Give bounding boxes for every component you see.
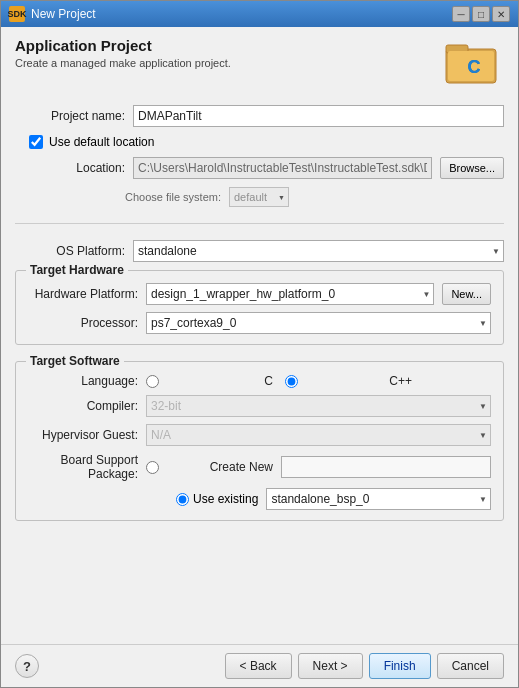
processor-row: Processor: ps7_cortexa9_0 [28,312,491,334]
compiler-select[interactable]: 32-bit [146,395,491,417]
navigation-buttons: < Back Next > Finish Cancel [225,653,504,679]
bsp-use-existing-option: Use existing [176,492,258,506]
default-location-row: Use default location [29,135,504,149]
hypervisor-select-wrapper: N/A [146,424,491,446]
window-title: New Project [31,7,446,21]
compiler-select-wrapper: 32-bit [146,395,491,417]
minimize-button[interactable]: ─ [452,6,470,22]
close-button[interactable]: ✕ [492,6,510,22]
target-hardware-group: Target Hardware Hardware Platform: desig… [15,270,504,345]
hardware-platform-row: Hardware Platform: design_1_wrapper_hw_p… [28,283,491,305]
target-hardware-content: Hardware Platform: design_1_wrapper_hw_p… [28,283,491,334]
processor-select[interactable]: ps7_cortexa9_0 [146,312,491,334]
project-name-input[interactable] [133,105,504,127]
maximize-button[interactable]: □ [472,6,490,22]
cancel-button[interactable]: Cancel [437,653,504,679]
language-c-option: C [146,374,273,388]
target-software-label: Target Software [26,354,124,368]
bsp-existing-select[interactable]: standalone_bsp_0 [266,488,491,510]
file-system-select-wrapper: default [229,187,289,207]
processor-label: Processor: [28,316,138,330]
help-section: ? [15,654,39,678]
new-hardware-button[interactable]: New... [442,283,491,305]
file-system-label: Choose file system: [125,191,221,203]
os-platform-label: OS Platform: [15,244,125,258]
header-text: Application Project Create a managed mak… [15,37,231,69]
back-button[interactable]: < Back [225,653,292,679]
finish-button[interactable]: Finish [369,653,431,679]
location-input[interactable] [133,157,432,179]
language-c-radio[interactable] [146,375,159,388]
os-platform-select-wrapper: standalone linux [133,240,504,262]
divider-1 [15,223,504,224]
file-system-row: Choose file system: default [125,187,504,207]
target-software-content: Language: C C++ [28,374,491,510]
file-system-select[interactable]: default [229,187,289,207]
window-controls: ─ □ ✕ [452,6,510,22]
bsp-use-existing-radio[interactable] [176,493,189,506]
project-name-row: Project name: [15,105,504,127]
use-default-location-label: Use default location [49,135,154,149]
language-cpp-option: C++ [285,374,412,388]
language-cpp-label: C++ [302,374,412,388]
sdk-icon: SDK [9,6,25,22]
compiler-label: Compiler: [28,399,138,413]
hardware-platform-select-wrapper: design_1_wrapper_hw_platform_0 [146,283,434,305]
help-button[interactable]: ? [15,654,39,678]
os-platform-select[interactable]: standalone linux [133,240,504,262]
os-platform-row: OS Platform: standalone linux [15,240,504,262]
location-row: Location: Browse... [15,157,504,179]
folder-icon: C C [444,37,500,87]
main-content: Application Project Create a managed mak… [1,27,518,644]
hypervisor-select[interactable]: N/A [146,424,491,446]
target-software-group: Target Software Language: C C++ [15,361,504,521]
svg-text:C: C [468,57,481,77]
use-default-location-checkbox[interactable] [29,135,43,149]
compiler-row: Compiler: 32-bit [28,395,491,417]
title-bar: SDK New Project ─ □ ✕ [1,1,518,27]
header-icon: C C [444,37,504,91]
bsp-create-new-option: Create New [146,460,273,474]
hypervisor-row: Hypervisor Guest: N/A [28,424,491,446]
page-description: Create a managed make application projec… [15,57,231,69]
bsp-use-existing-label: Use existing [193,492,258,506]
bsp-new-name-input[interactable] [281,456,491,478]
language-radio-group: C C++ [146,374,412,388]
language-c-label: C [163,374,273,388]
language-row: Language: C C++ [28,374,491,388]
processor-select-wrapper: ps7_cortexa9_0 [146,312,491,334]
browse-button[interactable]: Browse... [440,157,504,179]
bsp-existing-row: Use existing standalone_bsp_0 [28,488,491,510]
page-title: Application Project [15,37,231,54]
form: Project name: Use default location Locat… [15,105,504,634]
language-cpp-radio[interactable] [285,375,298,388]
language-label: Language: [28,374,138,388]
page-header: Application Project Create a managed mak… [15,37,504,91]
hardware-platform-select[interactable]: design_1_wrapper_hw_platform_0 [146,283,434,305]
bsp-existing-select-wrapper: standalone_bsp_0 [266,488,491,510]
location-label: Location: [15,161,125,175]
bsp-row: Board Support Package: Create New [28,453,491,481]
hypervisor-guest-label: Hypervisor Guest: [28,428,138,442]
target-hardware-label: Target Hardware [26,263,128,277]
window: SDK New Project ─ □ ✕ Application Projec… [0,0,519,688]
hardware-platform-label: Hardware Platform: [28,287,138,301]
bsp-create-new-label: Create New [163,460,273,474]
project-name-label: Project name: [15,109,125,123]
bsp-create-new-radio[interactable] [146,461,159,474]
bsp-label: Board Support Package: [28,453,138,481]
bottom-bar: ? < Back Next > Finish Cancel [1,644,518,687]
next-button[interactable]: Next > [298,653,363,679]
